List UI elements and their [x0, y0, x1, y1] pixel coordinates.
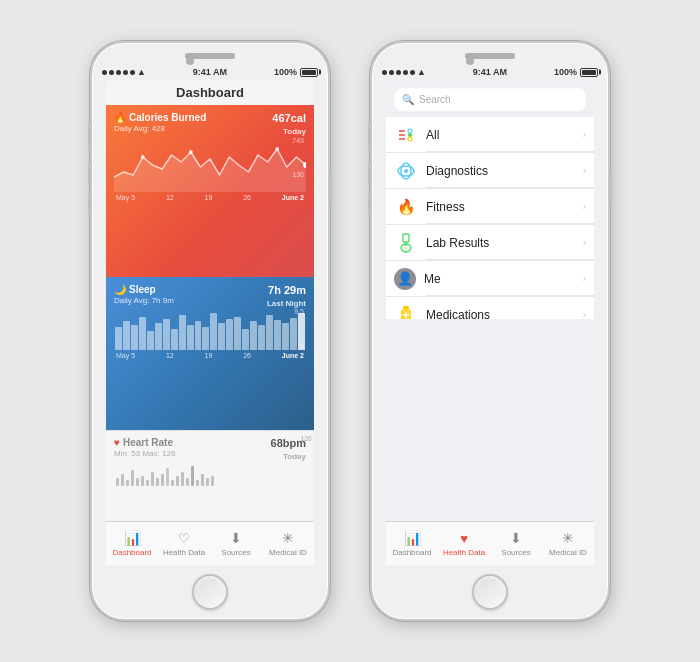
sleep-chart-max: 9.5 [294, 308, 304, 315]
bar-19 [258, 325, 265, 350]
status-bar-left: ▲ 9:41 AM 100% [92, 63, 328, 81]
front-camera [186, 57, 194, 65]
bar-17 [242, 329, 249, 350]
hr-dot-7 [146, 480, 149, 486]
list-item-me[interactable]: 👤 Me › [386, 261, 594, 297]
dashboard-screen: Dashboard 🔥 Calories Burned 467cal Today… [106, 81, 314, 565]
tab-sources-left[interactable]: ⬇ Sources [210, 522, 262, 565]
tab-sources-right[interactable]: ⬇ Sources [490, 522, 542, 565]
battery-area-left: 100% [274, 67, 318, 77]
right-signal-dots [382, 70, 415, 75]
heartrate-card[interactable]: ♥ Heart Rate 68bpm Today Min: 53 Max: 12… [106, 430, 314, 521]
svg-point-0 [141, 155, 145, 159]
home-button-left[interactable] [192, 574, 228, 610]
bar-12 [202, 327, 209, 350]
bar-10 [187, 325, 194, 350]
sleep-card[interactable]: 🌙 Sleep 7h 29m Last Night Daily Avg: 7h … [106, 277, 314, 430]
battery-icon-left [300, 68, 318, 77]
dashboard-tab-icon: 📊 [124, 530, 141, 546]
tab-health-left[interactable]: ♡ Health Data [158, 522, 210, 565]
hr-dot-4 [131, 470, 134, 486]
hr-dot-1 [116, 478, 119, 486]
volume-down-button[interactable] [88, 193, 91, 215]
heartrate-dots: 126 [114, 462, 306, 486]
right-signal-dot-5 [410, 70, 415, 75]
right-signal-dot-4 [403, 70, 408, 75]
list-item-medications[interactable]: Medications › [386, 297, 594, 319]
search-input-container[interactable]: 🔍 Search [394, 87, 586, 111]
health-tab-label-right: Health Data [443, 548, 485, 557]
tab-dashboard-right[interactable]: 📊 Dashboard [386, 522, 438, 565]
hr-dot-12 [171, 480, 174, 486]
sleep-date-4: 26 [243, 352, 251, 359]
tab-health-right[interactable]: ♥ Health Data [438, 522, 490, 565]
calories-value: 467cal Today [272, 112, 306, 136]
chevron-lab-results: › [583, 237, 586, 248]
list-item-fitness[interactable]: 🔥 Fitness › [386, 189, 594, 225]
right-volume-down-button[interactable] [368, 193, 371, 215]
bar-11 [195, 321, 202, 350]
icon-medications [394, 303, 418, 320]
left-tab-bar: 📊 Dashboard ♡ Health Data ⬇ Sources ✳ Me… [106, 521, 314, 565]
right-power-button[interactable] [609, 173, 612, 203]
hr-dot-2 [121, 474, 124, 486]
heartrate-period: Today [283, 452, 306, 461]
phone-bottom-left [92, 565, 328, 619]
search-bar-area: 🔍 Search [386, 81, 594, 117]
home-button-right[interactable] [472, 574, 508, 610]
sleep-period: Last Night [267, 299, 306, 308]
volume-up-button[interactable] [88, 163, 91, 185]
signal-dot-2 [109, 70, 114, 75]
svg-rect-16 [403, 306, 409, 309]
list-item-all[interactable]: All › [386, 117, 594, 153]
calories-line-chart [114, 137, 306, 192]
bar-6 [155, 323, 162, 350]
label-all: All [426, 128, 583, 142]
bar-9 [179, 315, 186, 351]
label-medications: Medications [426, 308, 583, 320]
bar-21 [274, 320, 281, 350]
hr-dot-19 [206, 478, 209, 486]
sleep-chart-min: 0 [300, 343, 304, 350]
dashboard-tab-label: Dashboard [112, 548, 151, 557]
signal-dot-5 [130, 70, 135, 75]
battery-percent-right: 100% [554, 67, 577, 77]
calories-chart-max: 743 [292, 137, 304, 144]
calories-chart-min: 136 [292, 171, 304, 178]
right-signal-dot-1 [382, 70, 387, 75]
right-phone-top [372, 43, 608, 63]
battery-fill-right [582, 70, 596, 75]
tab-medical-left[interactable]: ✳ Medical ID [262, 522, 314, 565]
power-button[interactable] [329, 173, 332, 203]
right-signal-dot-3 [396, 70, 401, 75]
hr-dot-8 [151, 472, 154, 486]
hr-dot-20 [211, 476, 214, 486]
bar-8 [171, 329, 178, 350]
svg-point-2 [275, 147, 279, 151]
bar-2 [123, 321, 130, 350]
svg-point-8 [408, 133, 412, 137]
sources-tab-icon-right: ⬇ [510, 530, 522, 546]
list-item-diagnostics[interactable]: Diagnostics › [386, 153, 594, 189]
hr-dot-17 [196, 480, 199, 486]
phone-top [92, 43, 328, 63]
right-signal-area: ▲ [382, 67, 426, 77]
right-tab-bar: 📊 Dashboard ♥ Health Data ⬇ Sources ✳ Me… [386, 521, 594, 565]
signal-dot-3 [116, 70, 121, 75]
sources-tab-icon-left: ⬇ [230, 530, 242, 546]
calories-card[interactable]: 🔥 Calories Burned 467cal Today Daily Avg… [106, 105, 314, 277]
signal-dot-1 [102, 70, 107, 75]
svg-point-15 [401, 244, 411, 252]
icon-fitness: 🔥 [394, 195, 418, 219]
label-fitness: Fitness [426, 200, 583, 214]
tab-dashboard-left[interactable]: 📊 Dashboard [106, 522, 158, 565]
right-volume-up-button[interactable] [368, 163, 371, 185]
heart-icon-left: ♥ [114, 437, 120, 448]
hr-dot-15 [186, 478, 189, 486]
tab-medical-right[interactable]: ✳ Medical ID [542, 522, 594, 565]
sleep-date-5: June 2 [282, 352, 304, 359]
right-wifi-icon: ▲ [417, 67, 426, 77]
bar-1 [115, 327, 122, 350]
hr-dot-11 [166, 468, 169, 486]
list-item-lab-results[interactable]: Lab Results › [386, 225, 594, 261]
